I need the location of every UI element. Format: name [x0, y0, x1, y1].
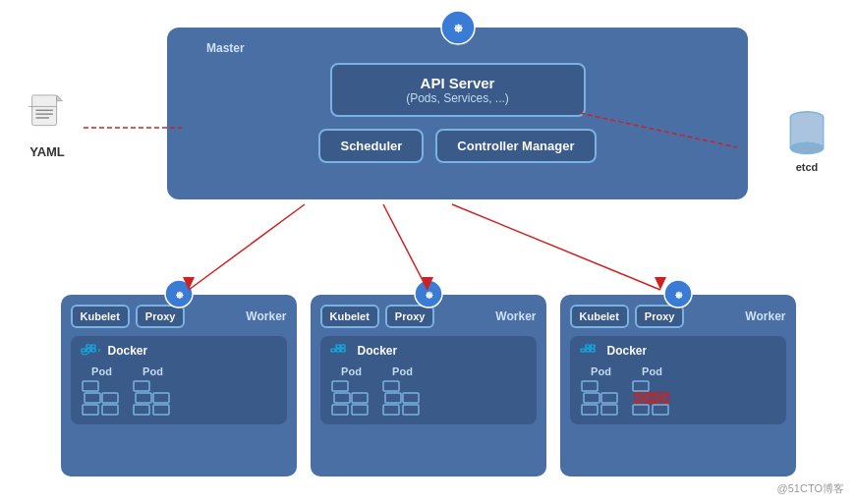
api-server-box: API Server (Pods, Services, ...): [330, 63, 586, 117]
worker3-pod1-label: Pod: [591, 365, 611, 377]
svg-rect-44: [383, 405, 399, 415]
docker-icon-2: [330, 342, 352, 360]
pod6-error-icon: [631, 379, 674, 417]
svg-rect-66: [653, 405, 668, 415]
worker2-pod1-label: Pod: [341, 365, 362, 377]
svg-text:⎈: ⎈: [425, 288, 432, 302]
worker2-kubelet: Kubelet: [320, 305, 379, 328]
pod4-containers-icon: [381, 379, 425, 417]
svg-rect-36: [332, 381, 348, 391]
svg-text:⎈: ⎈: [454, 20, 463, 35]
svg-rect-42: [385, 393, 401, 403]
scheduler-box: Scheduler: [318, 129, 424, 163]
svg-rect-32: [336, 349, 340, 352]
svg-rect-24: [134, 381, 149, 391]
svg-rect-22: [83, 405, 98, 415]
etcd-icon: [785, 108, 828, 159]
svg-rect-35: [341, 345, 345, 348]
svg-rect-27: [134, 405, 149, 415]
worker2-pod-1: Pod: [330, 365, 373, 417]
workers-row: ⎈ Kubelet Proxy Worker: [10, 295, 846, 476]
api-server-title: API Server: [348, 75, 568, 91]
svg-rect-52: [591, 345, 595, 348]
controller-manager-box: Controller Manager: [435, 129, 596, 163]
diagram-container: YAML etcd ⎈ Master API Server (Pods, Ser…: [0, 0, 856, 504]
worker2-label: Worker: [495, 309, 536, 323]
svg-rect-25: [136, 393, 151, 403]
svg-rect-53: [582, 381, 598, 391]
svg-rect-49: [586, 349, 590, 352]
worker1-docker-label: Docker: [108, 344, 148, 358]
worker3-docker-label: Docker: [607, 344, 648, 358]
svg-rect-17: [86, 345, 90, 348]
worker-box-1: ⎈ Kubelet Proxy Worker: [61, 295, 297, 476]
worker3-pod-2-error: Pod: [631, 365, 674, 417]
svg-rect-56: [582, 405, 598, 415]
svg-rect-43: [403, 393, 419, 403]
svg-rect-21: [102, 393, 118, 403]
worker-box-3: ⎈ Kubelet Proxy Worker Docker: [560, 295, 796, 476]
worker3-label: Worker: [745, 309, 785, 323]
yaml-file-icon: [28, 93, 67, 140]
svg-rect-45: [403, 405, 419, 415]
yaml-label: YAML: [29, 144, 65, 159]
worker3-kubelet: Kubelet: [570, 305, 629, 328]
etcd-label: etcd: [796, 161, 819, 173]
svg-rect-58: [633, 381, 649, 391]
svg-rect-14: [82, 349, 86, 352]
svg-text:⎈: ⎈: [674, 288, 682, 302]
k8s-logo-worker-3: ⎈: [663, 279, 693, 308]
svg-rect-51: [586, 345, 590, 348]
worker1-docker-section: Docker Pod: [71, 336, 287, 424]
worker2-docker-section: Docker Pod Pod: [320, 336, 537, 424]
worker2-pods-row: Pod Pod: [330, 365, 527, 417]
yaml-section: YAML: [28, 93, 67, 159]
pod2-containers-icon: [132, 379, 175, 417]
worker1-pod-2: Pod: [132, 365, 175, 417]
svg-rect-18: [91, 345, 95, 348]
pod5-containers-icon: [580, 379, 623, 417]
worker3-pod2-label: Pod: [642, 365, 662, 377]
worker2-pod-2: Pod: [381, 365, 425, 417]
svg-rect-50: [591, 349, 595, 352]
svg-rect-55: [601, 393, 617, 403]
svg-point-7: [790, 142, 823, 153]
svg-rect-57: [601, 405, 617, 415]
worker1-pods-row: Pod Pod: [81, 365, 277, 417]
master-bottom-row: Scheduler Controller Manager: [183, 129, 732, 163]
svg-line-71: [383, 204, 428, 290]
worker1-docker-header: Docker: [81, 342, 277, 360]
docker-icon-3: [580, 342, 601, 360]
svg-rect-48: [581, 349, 585, 352]
svg-rect-37: [334, 393, 350, 403]
svg-rect-23: [102, 405, 118, 415]
etcd-section: etcd: [785, 108, 828, 173]
svg-rect-31: [331, 349, 335, 352]
svg-rect-40: [352, 405, 368, 415]
svg-rect-15: [86, 349, 90, 352]
svg-rect-34: [336, 345, 340, 348]
svg-line-69: [189, 204, 305, 290]
svg-line-73: [452, 204, 660, 290]
worker-box-2: ⎈ Kubelet Proxy Worker Docker: [311, 295, 546, 476]
k8s-logo-master: ⎈: [440, 10, 476, 45]
svg-rect-54: [584, 393, 599, 403]
svg-rect-39: [332, 405, 348, 415]
svg-rect-16: [91, 349, 95, 352]
k8s-logo-worker-2: ⎈: [414, 279, 443, 308]
svg-rect-33: [341, 349, 345, 352]
worker2-docker-label: Docker: [358, 344, 398, 358]
svg-rect-19: [83, 381, 98, 391]
pod1-containers-icon: [81, 379, 124, 417]
worker2-pod2-label: Pod: [392, 365, 413, 377]
worker3-docker-header: Docker: [580, 342, 776, 360]
svg-rect-28: [153, 405, 169, 415]
worker2-docker-header: Docker: [330, 342, 527, 360]
svg-text:⎈: ⎈: [175, 288, 183, 302]
svg-rect-20: [85, 393, 100, 403]
worker1-pod2-label: Pod: [143, 365, 163, 377]
k8s-logo-worker-1: ⎈: [164, 279, 194, 308]
worker1-label: Worker: [246, 309, 286, 323]
svg-rect-41: [383, 381, 399, 391]
api-server-subtitle: (Pods, Services, ...): [348, 91, 568, 105]
